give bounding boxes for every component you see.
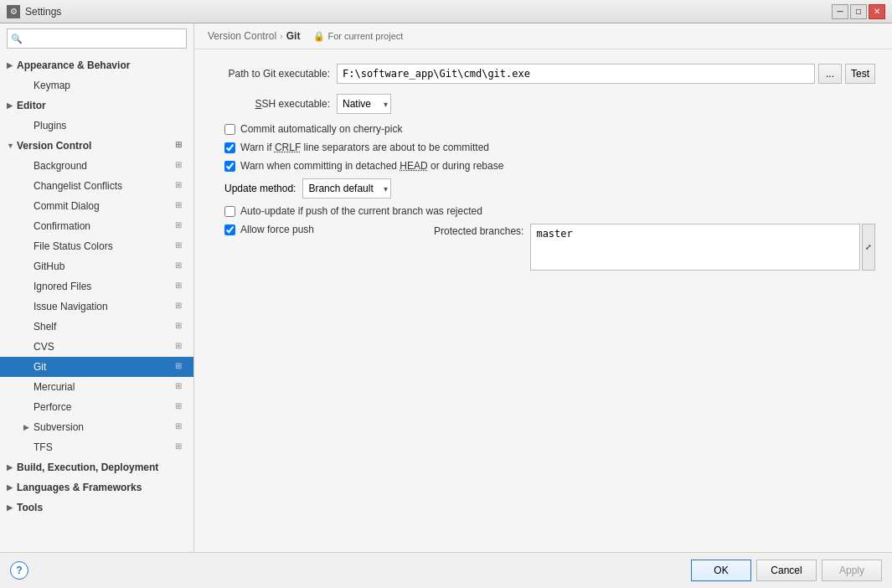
auto-update-row: Auto-update if push of the current branc…	[211, 205, 875, 217]
expand-arrow-icon	[23, 443, 34, 451]
sidebar-item-background[interactable]: Background ⊞	[0, 156, 193, 176]
update-method-dropdown-wrapper: Branch default Merge Rebase	[302, 178, 391, 199]
sidebar-item-version-control[interactable]: ▼ Version Control ⊞	[0, 136, 193, 156]
settings-icon: ⊞	[175, 341, 187, 353]
expand-arrow-icon	[23, 202, 34, 210]
settings-icon: ⊞	[175, 260, 187, 272]
maximize-button[interactable]: □	[850, 4, 867, 19]
update-method-row: Update method: Branch default Merge Reba…	[211, 178, 875, 199]
sidebar-item-label: Subversion	[34, 421, 175, 433]
sidebar-item-label: Mercurial	[34, 381, 175, 393]
sidebar-item-ignored-files[interactable]: Ignored Files ⊞	[0, 276, 193, 297]
sidebar-item-subversion[interactable]: ▶ Subversion ⊞	[0, 417, 193, 437]
main-panel: Version Control › Git 🔒 For current proj…	[194, 23, 892, 552]
sidebar-item-editor[interactable]: ▶ Editor	[0, 95, 193, 116]
expand-arrow-icon: ▶	[23, 423, 34, 431]
main-window: 🔍 ▶ Appearance & Behavior Keymap ▶ Edi	[0, 23, 892, 588]
protected-branches-section: Protected branches: master ⤢	[434, 224, 875, 271]
expand-protected-button[interactable]: ⤢	[862, 224, 875, 271]
expand-arrow-icon	[23, 383, 34, 391]
crlf-label[interactable]: Warn if CRLF line separators are about t…	[240, 142, 489, 153]
sidebar-item-label: TFS	[34, 441, 175, 453]
settings-icon: ⊞	[175, 421, 187, 433]
sidebar-item-shelf[interactable]: Shelf ⊞	[0, 317, 193, 337]
path-label: Path to Git executable:	[211, 68, 337, 80]
settings-icon: ⊞	[175, 361, 187, 373]
sidebar-item-label: Appearance & Behavior	[17, 59, 187, 71]
search-input[interactable]	[7, 28, 187, 49]
settings-icon: ⊞	[175, 180, 187, 192]
sidebar-item-label: GitHub	[34, 260, 175, 272]
cherry-pick-checkbox[interactable]	[224, 124, 235, 135]
close-button[interactable]: ✕	[869, 4, 885, 19]
minimize-button[interactable]: ─	[832, 4, 848, 19]
action-buttons: OK Cancel Apply	[691, 560, 882, 581]
test-button[interactable]: Test	[845, 64, 875, 84]
sidebar-item-label: Plugins	[34, 120, 187, 132]
sidebar-item-tools[interactable]: ▶ Tools	[0, 498, 193, 518]
expand-arrow-icon: ▶	[7, 463, 17, 472]
detached-head-label[interactable]: Warn when committing in detached HEAD or…	[240, 160, 503, 172]
sidebar-item-changelist-conflicts[interactable]: Changelist Conflicts ⊞	[0, 176, 193, 196]
ssh-dropdown-wrapper: Native Built-in	[337, 94, 391, 114]
search-box[interactable]: 🔍	[7, 28, 187, 49]
breadcrumb-arrow-icon: ›	[280, 31, 283, 41]
breadcrumb-current: Git	[286, 30, 301, 42]
sidebar-item-plugins[interactable]: Plugins	[0, 116, 193, 136]
browse-button[interactable]: ...	[818, 64, 842, 84]
sidebar-item-commit-dialog[interactable]: Commit Dialog ⊞	[0, 196, 193, 216]
ssh-value: Native Built-in	[337, 94, 875, 114]
sidebar-item-label: Editor	[17, 100, 187, 111]
cancel-button[interactable]: Cancel	[756, 560, 817, 581]
sidebar-item-label: Shelf	[34, 321, 175, 333]
force-push-section: Allow force push Protected branches: mas…	[211, 224, 875, 271]
settings-icon: ⊞	[175, 200, 187, 212]
sidebar-item-tfs[interactable]: TFS ⊞	[0, 437, 193, 457]
sidebar-item-label: Issue Navigation	[34, 301, 175, 312]
sidebar-item-label: Perforce	[34, 401, 175, 413]
settings-icon: ⊞	[175, 281, 187, 292]
crlf-checkbox[interactable]	[224, 142, 235, 153]
sidebar-item-issue-navigation[interactable]: Issue Navigation ⊞	[0, 297, 193, 317]
sidebar-item-file-status-colors[interactable]: File Status Colors ⊞	[0, 236, 193, 256]
bottom-bar: ? OK Cancel Apply	[0, 552, 892, 588]
sidebar-item-github[interactable]: GitHub ⊞	[0, 256, 193, 276]
git-settings-form: Path to Git executable: ... Test SSH exe…	[194, 49, 892, 552]
update-method-label: Update method:	[224, 183, 296, 194]
detached-head-checkbox[interactable]	[224, 161, 235, 172]
force-push-label[interactable]: Allow force push	[240, 224, 314, 235]
expand-arrow-icon	[23, 322, 34, 331]
help-button[interactable]: ?	[10, 561, 28, 580]
sidebar-item-cvs[interactable]: CVS ⊞	[0, 337, 193, 357]
force-push-checkbox[interactable]	[224, 224, 235, 235]
cherry-pick-label[interactable]: Commit automatically on cherry-pick	[240, 123, 402, 135]
sidebar-item-perforce[interactable]: Perforce ⊞	[0, 397, 193, 417]
sidebar-item-label: Languages & Frameworks	[17, 482, 187, 493]
sidebar-item-appearance[interactable]: ▶ Appearance & Behavior	[0, 55, 193, 75]
sidebar-item-languages[interactable]: ▶ Languages & Frameworks	[0, 477, 193, 498]
nav-tree: ▶ Appearance & Behavior Keymap ▶ Editor …	[0, 54, 193, 552]
settings-icon: ⊞	[175, 220, 187, 232]
path-row: Path to Git executable: ... Test	[211, 63, 875, 85]
update-method-dropdown[interactable]: Branch default Merge Rebase	[302, 178, 391, 199]
path-value: ... Test	[337, 64, 875, 84]
sidebar-item-label: Confirmation	[34, 220, 175, 232]
auto-update-checkbox[interactable]	[224, 206, 235, 217]
ok-button[interactable]: OK	[691, 560, 751, 581]
window-controls: ─ □ ✕	[832, 4, 885, 19]
auto-update-label[interactable]: Auto-update if push of the current branc…	[240, 205, 482, 217]
sidebar-item-build[interactable]: ▶ Build, Execution, Deployment	[0, 457, 193, 477]
settings-icon: ⊞	[175, 441, 187, 453]
sidebar-item-confirmation[interactable]: Confirmation ⊞	[0, 216, 193, 236]
protected-branches-input[interactable]: master	[530, 224, 860, 271]
expand-arrow-icon	[23, 121, 34, 130]
sidebar-item-keymap[interactable]: Keymap	[0, 75, 193, 95]
sidebar-item-git[interactable]: Git ⊞	[0, 357, 193, 377]
ssh-dropdown[interactable]: Native Built-in	[337, 94, 391, 114]
sidebar-item-mercurial[interactable]: Mercurial ⊞	[0, 377, 193, 397]
expand-arrow-icon: ▶	[7, 101, 17, 110]
apply-button[interactable]: Apply	[822, 560, 882, 581]
ssh-row: SSH executable: Native Built-in	[211, 93, 875, 115]
path-input[interactable]	[337, 64, 815, 84]
settings-icon: ⊞	[175, 321, 187, 333]
